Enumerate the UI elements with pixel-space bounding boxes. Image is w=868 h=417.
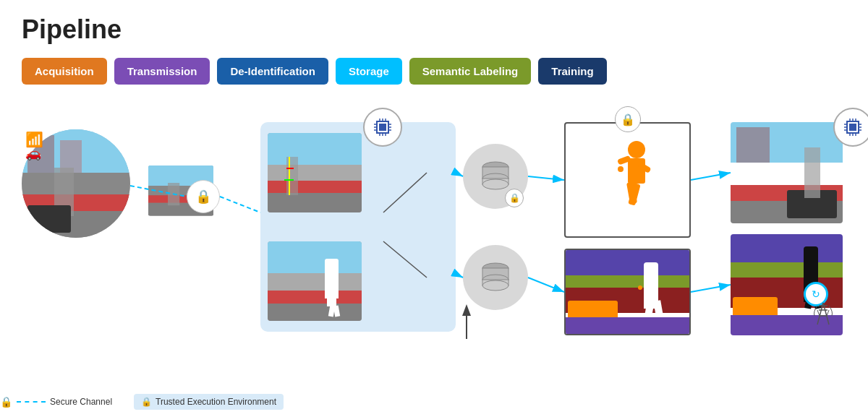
power-tower-icon [813,300,833,330]
tab-transmission[interactable]: Transmission [114,58,210,85]
page-container: Pipeline Acquisition Transmission De-Ide… [0,0,868,417]
svg-rect-14 [379,124,386,131]
legend-area: 🔒 Secure Channel 🔒 Trusted Execution Env… [0,394,284,410]
tee-box [260,122,456,332]
svg-point-36 [482,280,509,291]
secure-channel-legend: 🔒 Secure Channel [0,396,112,408]
tee-legend: 🔒 Trusted Execution Environment [134,394,284,410]
secure-channel-label: Secure Channel [50,397,112,407]
lock-small-icon: 🔒 [0,396,12,408]
lock-semantic: 🔒 [615,106,641,132]
db-storage-bottom [463,245,528,310]
semantic-top-box [564,122,691,238]
svg-line-63 [817,310,820,316]
tee-legend-label: Trusted Execution Environment [156,397,276,407]
lock-transmission-icon: 🔒 [187,180,220,213]
tab-deidentification[interactable]: De-Identification [217,58,328,85]
svg-line-4 [528,176,564,180]
svg-point-38 [628,141,645,158]
pipeline-tabs: Acquisition Transmission De-Identificati… [22,58,846,85]
svg-point-44 [618,166,624,172]
tab-acquisition[interactable]: Acquisition [22,58,107,85]
diagram-area: 📶 🚗 🔒 [22,100,846,375]
svg-line-8 [691,285,731,292]
svg-rect-46 [849,124,856,131]
svg-line-64 [827,310,829,316]
chip-tee-icon [363,108,402,147]
car-icon: 🚗 [25,145,41,161]
tab-storage[interactable]: Storage [336,58,402,85]
training-top-box [731,122,843,223]
svg-line-2 [456,173,463,176]
svg-line-1 [220,197,260,212]
svg-line-3 [456,274,463,278]
tab-training[interactable]: Training [538,58,606,85]
tee-lock-icon: 🔒 [141,397,152,407]
tab-semantic[interactable]: Semantic Labeling [409,58,532,85]
page-title: Pipeline [22,14,846,45]
lock-db-top: 🔒 [505,189,524,207]
svg-rect-39 [628,158,645,184]
svg-line-5 [528,278,564,292]
svg-point-31 [482,179,509,189]
semantic-bottom-box [564,249,691,335]
dashed-line-icon [17,401,46,403]
chip-training-icon [833,108,868,147]
svg-line-7 [691,173,731,180]
